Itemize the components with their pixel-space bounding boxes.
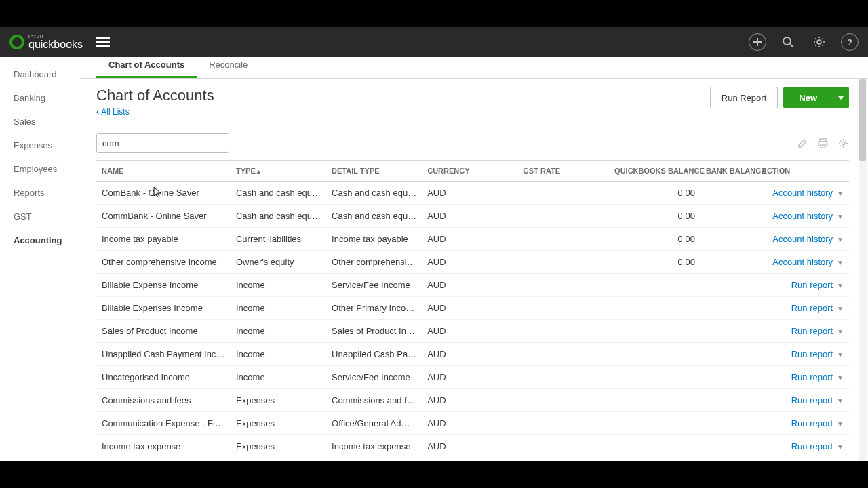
sidebar-item-expenses[interactable]: Expenses bbox=[0, 134, 81, 157]
cell-name[interactable]: Income tax expense bbox=[96, 435, 231, 458]
row-action-dropdown[interactable]: ▼ bbox=[837, 374, 844, 382]
sidebar-item-gst[interactable]: GST bbox=[0, 205, 81, 228]
row-action-link[interactable]: Account history bbox=[772, 188, 833, 198]
row-action-link[interactable]: Account history bbox=[772, 257, 833, 267]
row-action-dropdown[interactable]: ▼ bbox=[837, 213, 844, 220]
cell-detail: Commissions and fees bbox=[326, 389, 422, 412]
scrollbar[interactable] bbox=[859, 79, 867, 461]
cell-detail: Office/General Administr… bbox=[326, 412, 422, 435]
table-row: Commissions and feesExpensesCommissions … bbox=[96, 389, 849, 412]
col-bank-balance[interactable]: BANK BALANCE bbox=[701, 161, 756, 182]
back-link[interactable]: All Lists bbox=[96, 107, 214, 117]
cell-qb-balance bbox=[609, 366, 701, 389]
cell-action: Account history▼ bbox=[756, 228, 849, 251]
col-detail[interactable]: DETAIL TYPE bbox=[326, 161, 422, 182]
filter-input[interactable] bbox=[96, 133, 229, 153]
cell-gst bbox=[517, 366, 609, 389]
col-currency[interactable]: CURRENCY bbox=[422, 161, 517, 182]
print-icon[interactable] bbox=[816, 137, 829, 149]
cell-detail: Income tax expense bbox=[326, 435, 422, 458]
cell-detail: Cash and cash equivalents bbox=[326, 205, 422, 228]
col-action[interactable]: ACTION bbox=[756, 161, 849, 182]
sidebar-item-reports[interactable]: Reports bbox=[0, 181, 81, 205]
cell-bank-balance bbox=[701, 205, 756, 228]
col-name[interactable]: NAME bbox=[96, 161, 231, 182]
row-action-dropdown[interactable]: ▼ bbox=[837, 305, 844, 312]
row-action-link[interactable]: Account history bbox=[772, 234, 833, 244]
cell-name[interactable]: Billable Expenses Income bbox=[96, 297, 231, 320]
tab-reconcile[interactable]: Reconcile bbox=[197, 57, 260, 78]
cell-name[interactable]: Uncategorised Income bbox=[96, 366, 231, 389]
new-button-dropdown[interactable] bbox=[833, 87, 849, 108]
cell-bank-balance bbox=[701, 343, 756, 366]
row-action-dropdown[interactable]: ▼ bbox=[837, 420, 844, 428]
col-gst[interactable]: GST RATE bbox=[517, 161, 609, 182]
cell-name[interactable]: CommBank - Online Saver bbox=[96, 205, 231, 228]
cell-type: Cash and cash equivalents bbox=[231, 205, 326, 228]
sidebar-item-dashboard[interactable]: Dashboard bbox=[0, 62, 81, 86]
col-qb-balance[interactable]: QUICKBOOKS BALANCE bbox=[609, 161, 701, 182]
row-action-dropdown[interactable]: ▼ bbox=[837, 259, 844, 266]
row-action-link[interactable]: Run report bbox=[791, 418, 833, 428]
new-button[interactable]: New bbox=[783, 87, 833, 108]
scrollbar-thumb[interactable] bbox=[859, 79, 866, 161]
row-action-link[interactable]: Account history bbox=[772, 211, 833, 221]
menu-toggle-icon[interactable] bbox=[96, 37, 110, 47]
row-action-link[interactable]: Run report bbox=[791, 349, 833, 359]
cell-name[interactable]: Income tax payable bbox=[96, 228, 231, 251]
row-action-dropdown[interactable]: ▼ bbox=[837, 351, 844, 359]
create-icon[interactable] bbox=[749, 33, 766, 51]
cell-qb-balance bbox=[609, 320, 701, 343]
cell-type: Expenses bbox=[231, 435, 326, 458]
row-action-dropdown[interactable]: ▼ bbox=[837, 282, 844, 289]
cell-type: Income bbox=[231, 320, 326, 343]
cell-name[interactable]: Unapplied Cash Payment Income bbox=[96, 343, 231, 366]
col-type[interactable]: TYPE bbox=[231, 161, 326, 182]
row-action-link[interactable]: Run report bbox=[791, 372, 833, 382]
cell-action: Run report▼ bbox=[756, 435, 849, 458]
row-action-link[interactable]: Run report bbox=[791, 303, 833, 313]
logo[interactable]: intuit quickbooks bbox=[9, 34, 83, 50]
row-action-dropdown[interactable]: ▼ bbox=[837, 190, 844, 197]
cell-gst bbox=[517, 274, 609, 297]
sidebar-item-employees[interactable]: Employees bbox=[0, 157, 81, 181]
sidebar-item-accounting[interactable]: Accounting bbox=[0, 228, 81, 252]
cell-name[interactable]: Commissions and fees bbox=[96, 389, 231, 412]
row-action-dropdown[interactable]: ▼ bbox=[837, 236, 844, 243]
settings-gear-icon[interactable] bbox=[837, 137, 849, 149]
svg-point-7 bbox=[817, 40, 821, 44]
row-action-dropdown[interactable]: ▼ bbox=[837, 443, 844, 451]
cell-bank-balance bbox=[701, 182, 756, 205]
cell-name[interactable]: Communication Expense - Fixed bbox=[96, 412, 231, 435]
cell-name[interactable]: Other comprehensive income bbox=[96, 251, 231, 274]
cell-action: Account history▼ bbox=[756, 251, 849, 274]
table-row: Income tax expenseExpensesIncome tax exp… bbox=[96, 435, 849, 458]
cell-currency: AUD bbox=[422, 412, 517, 435]
row-action-link[interactable]: Run report bbox=[791, 395, 833, 405]
cell-currency: AUD bbox=[422, 205, 517, 228]
gear-icon[interactable] bbox=[810, 33, 829, 52]
cell-type: Expenses bbox=[231, 389, 326, 412]
search-icon[interactable] bbox=[778, 33, 797, 52]
cell-name[interactable]: Billable Expense Income bbox=[96, 274, 231, 297]
cell-type: Owner's equity bbox=[231, 251, 326, 274]
sidebar-item-banking[interactable]: Banking bbox=[0, 86, 81, 110]
cell-bank-balance bbox=[701, 274, 756, 297]
cell-currency: AUD bbox=[422, 274, 517, 297]
tab-chart-of-accounts[interactable]: Chart of Accounts bbox=[96, 57, 197, 78]
cell-currency: AUD bbox=[422, 182, 517, 205]
edit-icon[interactable] bbox=[796, 137, 808, 149]
row-action-link[interactable]: Run report bbox=[791, 441, 833, 451]
table-row: Income tax payableCurrent liabilitiesInc… bbox=[96, 228, 849, 251]
cell-name[interactable]: ComBank - Online Saver bbox=[96, 182, 231, 205]
row-action-link[interactable]: Run report bbox=[791, 326, 833, 336]
table-row: Billable Expenses IncomeIncomeOther Prim… bbox=[96, 297, 849, 320]
help-icon[interactable]: ? bbox=[841, 33, 859, 51]
row-action-link[interactable]: Run report bbox=[791, 280, 833, 290]
cell-name[interactable]: Sales of Product Income bbox=[96, 320, 231, 343]
row-action-dropdown[interactable]: ▼ bbox=[837, 397, 844, 405]
row-action-dropdown[interactable]: ▼ bbox=[837, 328, 844, 336]
sidebar-item-sales[interactable]: Sales bbox=[0, 110, 81, 134]
run-report-button[interactable]: Run Report bbox=[710, 87, 778, 108]
cell-action: Run report▼ bbox=[756, 320, 849, 343]
